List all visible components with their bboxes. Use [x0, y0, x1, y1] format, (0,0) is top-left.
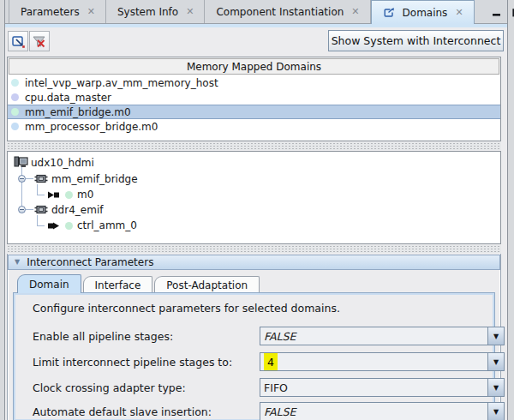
enable-all-pipeline-stages-combobox[interactable]: FALSE ▼ — [260, 327, 505, 345]
close-tab-icon[interactable]: ✕ — [87, 7, 94, 16]
interconnect-parameters-group: ▼ Interconnect Parameters Domain Interfa… — [7, 254, 501, 420]
tree-line — [37, 195, 45, 195]
tree-line — [37, 184, 38, 195]
show-system-button-label: Show System with Interconnect — [332, 34, 501, 47]
chevron-down-icon[interactable]: ▼ — [487, 327, 504, 345]
limit-pipeline-stages-combobox[interactable]: 4 ▼ — [260, 352, 505, 371]
master-port-icon — [47, 191, 61, 199]
tab-domain-label: Domain — [29, 279, 69, 291]
move-to-new-domain-button[interactable] — [8, 31, 28, 51]
tab-system-info-label: System Info — [117, 6, 178, 18]
domain-tab-content: Configure interconnect parameters for se… — [13, 292, 495, 420]
tab-domain[interactable]: Domain — [17, 274, 81, 293]
domain-bullet-icon — [11, 108, 19, 116]
tab-system-info[interactable]: System Info ✕ — [106, 0, 206, 23]
interface-bullet-icon — [65, 191, 73, 199]
clear-filter-button[interactable] — [29, 31, 50, 51]
tree-expand-handle[interactable] — [18, 206, 26, 213]
memory-domains-header-label: Memory Mapped Domains — [187, 61, 321, 73]
table-row[interactable]: mm_processor_bridge.m0 — [8, 119, 500, 134]
remove-filter-icon — [32, 34, 47, 49]
group-title: Interconnect Parameters — [27, 256, 153, 268]
window-left-border — [0, 0, 5, 420]
tab-interface-label: Interface — [95, 279, 141, 291]
domain-label: mm_processor_bridge.m0 — [25, 121, 158, 133]
param-label: Limit interconnect pipeline stages to: — [33, 356, 232, 369]
tab-post-adaptation[interactable]: Post-Adaptation — [154, 276, 260, 293]
domain-bullet-icon — [11, 93, 19, 101]
memory-domains-column-header[interactable]: Memory Mapped Domains — [9, 58, 499, 75]
parameters-description: Configure interconnect parameters for se… — [33, 302, 340, 315]
close-tab-icon[interactable]: ✕ — [455, 8, 462, 17]
tree-line — [37, 225, 45, 226]
domains-panel-window: Parameters ✕ System Info ✕ Component Ins… — [0, 0, 514, 420]
combo-value: FIFO — [260, 379, 487, 396]
tree-line — [26, 209, 33, 210]
automate-default-slave-insertion-combobox[interactable]: FALSE ▼ — [260, 402, 505, 420]
highlighted-value: 4 — [264, 353, 278, 370]
tree-root-label[interactable]: udx10_hdmi — [31, 157, 94, 169]
interconnect-parameters-header[interactable]: ▼ Interconnect Parameters — [8, 255, 500, 270]
tab-component-instantiation[interactable]: Component Instantiation ✕ — [205, 0, 370, 23]
tree-node-label[interactable]: ddr4_emif — [51, 204, 103, 216]
table-row-selected[interactable]: mm_emif_bridge.m0 — [8, 105, 500, 119]
domains-tab-icon — [383, 7, 395, 18]
chevron-down-icon[interactable]: ▼ — [487, 353, 504, 370]
tree-leaf-label[interactable]: ctrl_amm_0 — [77, 219, 137, 231]
tab-parameters-label: Parameters — [21, 6, 80, 18]
tree-line — [21, 167, 22, 210]
domain-bullet-icon — [11, 123, 19, 130]
clock-crossing-adapter-type-combobox[interactable]: FIFO ▼ — [260, 378, 505, 397]
domain-label: cpu.data_master — [25, 92, 111, 104]
slave-port-icon — [47, 222, 61, 230]
close-tab-icon[interactable]: ✕ — [351, 7, 358, 16]
tab-component-instantiation-label: Component Instantiation — [216, 6, 344, 18]
domain-label: mm_emif_bridge.m0 — [25, 106, 131, 118]
param-label: Enable all pipeline stages: — [33, 330, 173, 343]
domain-bullet-icon — [11, 79, 19, 87]
window-right-border — [507, 0, 514, 420]
tree-line — [37, 215, 38, 225]
chevron-down-icon[interactable]: ▼ — [487, 379, 504, 396]
domains-toolbar: Show System with Interconnect — [6, 27, 506, 54]
tab-domains[interactable]: Domains ✕ — [371, 0, 475, 24]
chevron-down-icon[interactable]: ▼ — [487, 403, 504, 420]
domain-label: intel_vvp_warp.av_mm_memory_host — [25, 77, 218, 89]
interface-bullet-icon — [65, 222, 73, 230]
tab-interface[interactable]: Interface — [83, 276, 153, 293]
parameter-tabs: Domain Interface Post-Adaptation — [17, 274, 261, 293]
memory-mapped-domains-table: Memory Mapped Domains intel_vvp_warp.av_… — [7, 57, 501, 141]
combo-value-wrap: 4 — [260, 353, 487, 370]
minimize-icon[interactable] — [492, 7, 501, 17]
param-label: Automate default slave insertion: — [33, 405, 212, 418]
splitter-handle[interactable] — [7, 245, 501, 253]
top-tab-bar: Parameters ✕ System Info ✕ Component Ins… — [5, 0, 507, 24]
module-icon — [34, 174, 48, 183]
tree-node-label[interactable]: mm_emif_bridge — [51, 173, 138, 185]
tree-leaf-label[interactable]: m0 — [77, 189, 93, 201]
table-row[interactable]: cpu.data_master — [8, 90, 500, 105]
collapse-triangle-icon[interactable]: ▼ — [15, 259, 20, 266]
tab-post-adaptation-label: Post-Adaptation — [166, 279, 248, 291]
close-tab-icon[interactable]: ✕ — [186, 7, 193, 16]
window-controls — [475, 0, 514, 23]
tree-line — [26, 178, 33, 179]
module-icon — [34, 205, 48, 214]
show-system-with-interconnect-button[interactable]: Show System with Interconnect — [328, 30, 504, 51]
domain-system-tree: udx10_hdmi mm_emif_bridge m0 — [7, 151, 501, 244]
combo-value: FALSE — [260, 403, 487, 420]
splitter-handle[interactable] — [7, 142, 501, 150]
tab-domains-label: Domains — [403, 7, 448, 19]
tree-expand-handle[interactable] — [18, 175, 26, 183]
tab-parameters[interactable]: Parameters ✕ — [9, 0, 106, 23]
param-label: Clock crossing adapter type: — [33, 381, 186, 394]
table-row[interactable]: intel_vvp_warp.av_mm_memory_host — [8, 75, 500, 90]
combo-value: FALSE — [260, 327, 487, 345]
new-domain-icon — [11, 34, 26, 49]
